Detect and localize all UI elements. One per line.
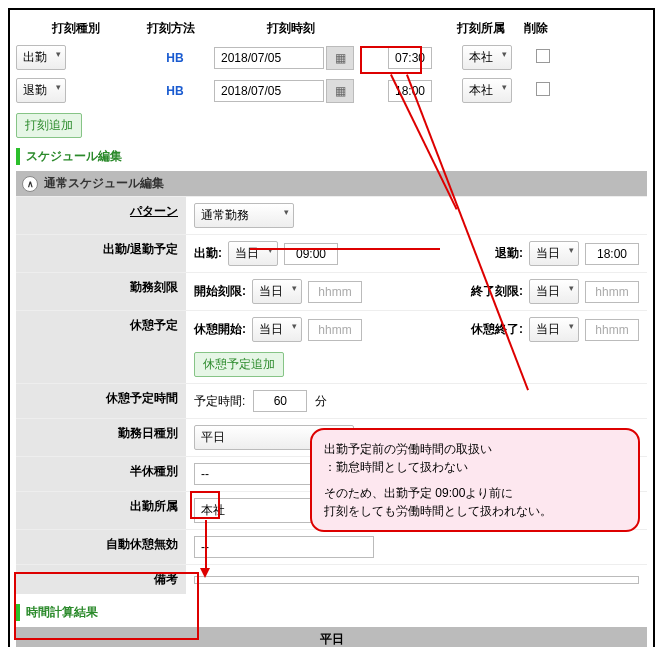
col-method: 打刻方法 (136, 20, 206, 37)
in-caption: 出勤: (194, 245, 222, 262)
break-label: 休憩予定 (16, 311, 186, 383)
loc-label: 出勤所属 (16, 492, 186, 529)
memo-label: 備考 (16, 565, 186, 594)
calendar-icon[interactable]: ▦ (326, 46, 354, 70)
daytype-label: 勤務日種別 (16, 419, 186, 456)
break-end-caption: 休憩終了: (471, 321, 523, 338)
autobrk-value: -- (194, 536, 374, 558)
results-title: 平日 (16, 627, 647, 647)
break-end-day[interactable]: 当日 (529, 317, 579, 342)
callout-line: ：勤怠時間として扱わない (324, 458, 626, 476)
half-label: 半休種別 (16, 457, 186, 491)
section-schedule: スケジュール編集 (16, 148, 647, 165)
break-time-caption: 予定時間: (194, 393, 245, 410)
time-input[interactable]: 18:00 (388, 80, 432, 102)
col-time: 打刻時刻 (206, 20, 376, 37)
minutes-unit: 分 (315, 393, 327, 410)
start-limit-caption: 開始刻限: (194, 283, 246, 300)
section-calc: 時間計算結果 (16, 604, 647, 621)
method-label: HB (140, 84, 210, 98)
panel-title: 通常スケジュール編集 (44, 175, 164, 192)
out-day-select[interactable]: 当日 (529, 241, 579, 266)
callout-line: 打刻をしても労働時間として扱われない。 (324, 502, 626, 520)
collapse-icon[interactable]: ∧ (22, 176, 38, 192)
break-time-input[interactable]: 60 (253, 390, 307, 412)
add-break-button[interactable]: 休憩予定追加 (194, 352, 284, 377)
end-limit-caption: 終了刻限: (471, 283, 523, 300)
type-select[interactable]: 退勤 (16, 78, 66, 103)
end-day-select[interactable]: 当日 (529, 279, 579, 304)
break-start-caption: 休憩開始: (194, 321, 246, 338)
start-day-select[interactable]: 当日 (252, 279, 302, 304)
autobrk-label: 自動休憩無効 (16, 530, 186, 564)
timestamp-row: 出勤 HB 2018/07/05 ▦ 07:30 本社 (16, 41, 647, 74)
start-limit-input[interactable]: hhmm (308, 281, 362, 303)
in-time-input[interactable]: 09:00 (284, 243, 338, 265)
break-start-day[interactable]: 当日 (252, 317, 302, 342)
col-del: 削除 (516, 20, 556, 37)
pattern-select[interactable]: 通常勤務 (194, 203, 294, 228)
break-start-input[interactable]: hhmm (308, 319, 362, 341)
type-select[interactable]: 出勤 (16, 45, 66, 70)
time-input[interactable]: 07:30 (388, 47, 432, 69)
delete-checkbox[interactable] (536, 49, 550, 63)
out-time-input[interactable]: 18:00 (585, 243, 639, 265)
out-caption: 退勤: (495, 245, 523, 262)
calendar-icon[interactable]: ▦ (326, 79, 354, 103)
add-timestamp-button[interactable]: 打刻追加 (16, 113, 82, 138)
col-type: 打刻種別 (16, 20, 136, 37)
break-time-label: 休憩予定時間 (16, 384, 186, 418)
location-select[interactable]: 本社 (462, 45, 512, 70)
date-input[interactable]: 2018/07/05 (214, 47, 324, 69)
in-day-select[interactable]: 当日 (228, 241, 278, 266)
limit-label: 勤務刻限 (16, 273, 186, 310)
timestamp-row: 退勤 HB 2018/07/05 ▦ 18:00 本社 (16, 74, 647, 107)
callout-line: 出勤予定前の労働時間の取扱い (324, 440, 626, 458)
date-input[interactable]: 2018/07/05 (214, 80, 324, 102)
pattern-label: パターン (16, 197, 186, 234)
callout-line: そのため、出勤予定 09:00より前に (324, 484, 626, 502)
end-limit-input[interactable]: hhmm (585, 281, 639, 303)
delete-checkbox[interactable] (536, 82, 550, 96)
memo-input[interactable] (194, 576, 639, 584)
break-end-input[interactable]: hhmm (585, 319, 639, 341)
annotation-callout: 出勤予定前の労働時間の取扱い ：勤怠時間として扱わない そのため、出勤予定 09… (310, 428, 640, 532)
schedule-panel-header[interactable]: ∧ 通常スケジュール編集 (16, 171, 647, 196)
method-label: HB (140, 51, 210, 65)
inout-label: 出勤/退勤予定 (16, 235, 186, 272)
location-select[interactable]: 本社 (462, 78, 512, 103)
col-loc: 打刻所属 (446, 20, 516, 37)
